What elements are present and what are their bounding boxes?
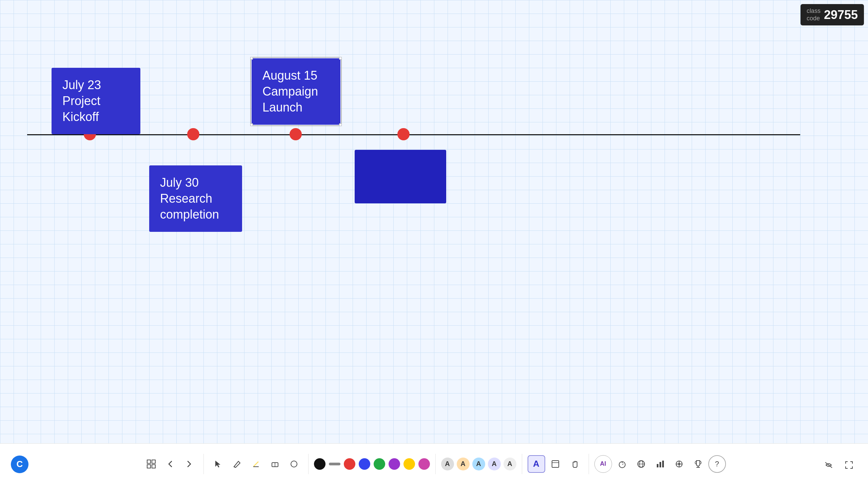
svg-text:C: C — [17, 459, 23, 469]
text-styles-section: A A A A A — [436, 454, 522, 474]
svg-rect-20 — [657, 464, 658, 467]
hand-tool[interactable] — [566, 455, 583, 473]
text-style-3[interactable]: A — [472, 458, 485, 470]
wheel-tool[interactable] — [670, 455, 688, 473]
toolbar-nav-section — [137, 454, 204, 474]
svg-marker-6 — [215, 461, 220, 467]
toolbar-advanced-section: AI ? — [589, 454, 731, 474]
highlight-tool[interactable] — [247, 455, 265, 473]
text-style-1[interactable]: A — [441, 458, 454, 470]
svg-rect-12 — [552, 461, 559, 467]
event-card-1[interactable]: July 23 Project Kickoff — [52, 68, 140, 134]
globe-tool[interactable] — [632, 455, 650, 473]
color-red[interactable] — [344, 458, 355, 470]
forward-button[interactable] — [180, 455, 198, 473]
color-purple[interactable] — [389, 458, 400, 470]
card-1-subtitle: Project Kickoff — [62, 93, 130, 125]
event-card-4[interactable] — [355, 150, 446, 203]
class-code-value: 29755 — [824, 8, 858, 22]
color-magenta[interactable] — [418, 458, 430, 470]
color-blue[interactable] — [359, 458, 370, 470]
card-2-subtitle: Campaign Launch — [262, 84, 330, 116]
text-style-4[interactable]: A — [488, 458, 501, 470]
color-yellow[interactable] — [403, 458, 415, 470]
card-2-title: August 15 — [262, 68, 330, 84]
text-style-2[interactable]: A — [457, 458, 470, 470]
color-dash[interactable] — [329, 463, 340, 465]
pointer-tool[interactable] — [209, 455, 227, 473]
toolbar-tools-section — [204, 454, 309, 474]
event-card-3[interactable]: July 30 Research completion — [149, 165, 242, 232]
svg-point-24 — [678, 463, 680, 465]
timeline-dot-3 — [290, 128, 302, 140]
timeline-dot-4 — [397, 128, 410, 140]
svg-rect-21 — [659, 462, 661, 467]
card-3-line1: July 30 — [160, 175, 231, 191]
svg-rect-2 — [147, 460, 151, 463]
svg-rect-5 — [152, 465, 155, 468]
chart-tool[interactable] — [651, 455, 669, 473]
fullscreen-button[interactable] — [840, 456, 858, 474]
color-palette-section — [309, 454, 436, 474]
card-3-line2: Research — [160, 191, 231, 207]
handle-tl — [250, 57, 253, 60]
svg-rect-3 — [152, 460, 155, 463]
color-black[interactable] — [314, 458, 326, 470]
card-3-line3: completion — [160, 207, 231, 223]
svg-point-11 — [291, 461, 297, 467]
card-1-title: July 23 — [62, 77, 130, 93]
svg-rect-4 — [147, 465, 151, 468]
text-tool[interactable]: A — [528, 455, 545, 473]
app-logo[interactable]: C — [10, 455, 29, 474]
toolbar-main-section: A — [522, 454, 589, 474]
handle-tr — [339, 57, 342, 60]
pen-tool[interactable] — [228, 455, 246, 473]
handle-br — [339, 123, 342, 126]
back-button[interactable] — [161, 455, 179, 473]
timer-tool[interactable] — [613, 455, 631, 473]
shapes-tool[interactable] — [285, 455, 303, 473]
timeline-line — [27, 134, 800, 135]
timeline-dot-2 — [187, 128, 199, 140]
event-card-2[interactable]: August 15 Campaign Launch — [252, 58, 340, 125]
hide-button[interactable] — [820, 456, 837, 474]
grid-button[interactable] — [142, 455, 160, 473]
canvas-area[interactable]: July 23 Project Kickoff August 15 Campai… — [0, 0, 868, 443]
bottom-toolbar: A A A A A A AI ? — [0, 443, 868, 484]
eraser-tool[interactable] — [266, 455, 284, 473]
sticky-tool[interactable] — [547, 455, 564, 473]
text-style-5[interactable]: A — [504, 458, 516, 470]
ai-tool[interactable]: AI — [594, 455, 612, 473]
class-code-badge: class code 29755 — [801, 4, 864, 25]
handle-bl — [250, 123, 253, 126]
right-quick-tools — [820, 456, 858, 474]
help-tool[interactable]: ? — [708, 455, 726, 473]
svg-line-16 — [622, 464, 624, 465]
color-green[interactable] — [374, 458, 385, 470]
svg-rect-22 — [662, 461, 664, 467]
class-code-label: class code — [807, 7, 821, 22]
trophy-tool[interactable] — [689, 455, 707, 473]
